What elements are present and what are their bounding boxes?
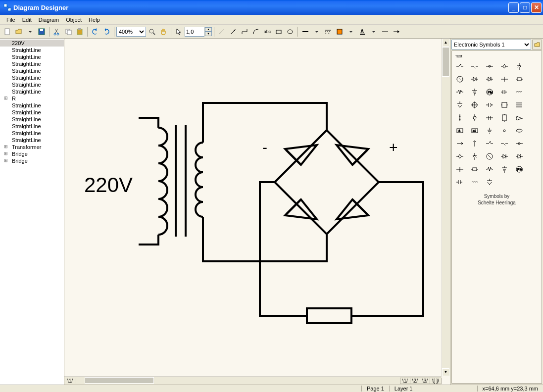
menu-edit[interactable]: Edit [19, 16, 35, 24]
symbol-item[interactable] [470, 139, 480, 148]
menu-diagram[interactable]: Diagram [35, 16, 63, 24]
symbol-item[interactable]: & [455, 126, 465, 136]
linewidth-spinner[interactable]: ▲▼ [205, 27, 212, 36]
symbol-item[interactable] [455, 61, 465, 71]
symbol-item[interactable] [514, 113, 524, 123]
template-options-button[interactable] [532, 40, 542, 49]
symbol-item[interactable] [514, 74, 524, 84]
textcolor-dropdown[interactable] [368, 26, 379, 37]
pointer-button[interactable] [173, 26, 184, 37]
curve-tool[interactable] [250, 26, 261, 37]
symbol-item[interactable] [470, 113, 480, 123]
symbol-item[interactable] [455, 177, 465, 187]
symbol-item[interactable] [499, 126, 509, 136]
page-tab-3[interactable]: \3/ [420, 378, 430, 384]
symbol-item[interactable] [455, 100, 465, 110]
tree-item[interactable]: Transformer [0, 144, 64, 150]
symbol-item[interactable] [455, 164, 465, 174]
open-button[interactable] [13, 26, 24, 37]
tree-item[interactable]: StraightLine [0, 130, 64, 137]
symbol-item[interactable] [499, 100, 509, 110]
symbol-item[interactable] [514, 87, 524, 97]
close-button[interactable]: ✕ [531, 2, 542, 13]
symbol-item[interactable]: PM [514, 164, 524, 174]
tree-item[interactable]: StraightLine [0, 74, 64, 81]
tree-item[interactable]: Bridge [0, 157, 64, 164]
cut-button[interactable] [51, 26, 62, 37]
tree-item[interactable]: StraightLine [0, 137, 64, 144]
arrowend-button[interactable] [391, 26, 402, 37]
symbol-item[interactable] [485, 113, 494, 123]
tree-item[interactable]: 220V [0, 40, 64, 47]
symbol-item[interactable] [499, 139, 509, 148]
linewidth-input[interactable] [185, 27, 204, 37]
arrowstart-button[interactable] [380, 26, 391, 37]
symbol-item[interactable] [514, 61, 524, 71]
maximize-button[interactable]: □ [520, 2, 530, 13]
page-tab-2[interactable]: \2/ [410, 378, 420, 384]
symbol-item[interactable] [485, 177, 494, 187]
template-body[interactable]: Text PM&≥1PM Symbols by Schelte Heeringa [451, 50, 542, 384]
symbol-item[interactable] [485, 126, 494, 136]
new-button[interactable] [2, 26, 13, 37]
symbol-item[interactable] [470, 151, 480, 161]
symbol-item[interactable] [455, 74, 465, 84]
copy-button[interactable] [63, 26, 74, 37]
object-tree[interactable]: 220VStraightLineStraightLineStraightLine… [0, 39, 64, 385]
paste-button[interactable] [74, 26, 85, 37]
menu-object[interactable]: Object [62, 16, 85, 24]
symbol-item[interactable] [485, 100, 494, 110]
linecolor-button[interactable] [300, 26, 311, 37]
symbol-item[interactable] [499, 151, 509, 161]
symbol-item[interactable] [514, 126, 524, 136]
symbol-item[interactable] [485, 151, 494, 161]
tree-item[interactable]: StraightLine [0, 47, 64, 53]
line-tool[interactable] [216, 26, 227, 37]
symbol-item[interactable] [499, 113, 509, 123]
symbol-item[interactable] [485, 139, 494, 148]
tree-item[interactable]: StraightLine [0, 88, 64, 95]
tree-item[interactable]: StraightLine [0, 67, 64, 74]
symbol-item[interactable]: ≥1 [470, 126, 480, 136]
symbol-item[interactable] [455, 139, 465, 148]
minimize-button[interactable]: _ [508, 2, 519, 13]
redo-button[interactable] [101, 26, 112, 37]
symbol-item[interactable] [470, 177, 480, 187]
tree-item[interactable]: StraightLine [0, 53, 64, 60]
save-button[interactable] [36, 26, 47, 37]
symbol-item[interactable]: PM [485, 87, 494, 97]
symbol-item[interactable] [514, 151, 524, 161]
template-select[interactable]: Electronic Symbols 1 [451, 40, 531, 49]
symbol-item[interactable] [499, 164, 509, 174]
symbol-item[interactable] [470, 100, 480, 110]
textcolor-button[interactable]: A [357, 26, 368, 37]
zoom-fit-button[interactable] [147, 26, 157, 37]
open-dropdown-icon[interactable] [25, 26, 36, 37]
arrow-tool[interactable] [228, 26, 239, 37]
linecolor-dropdown[interactable] [311, 26, 322, 37]
symbol-item[interactable] [455, 151, 465, 161]
menu-file[interactable]: File [3, 16, 19, 24]
symbol-item[interactable] [514, 139, 524, 148]
tree-item[interactable]: StraightLine [0, 102, 64, 109]
symbol-item[interactable] [455, 113, 465, 123]
fillcolor-dropdown[interactable] [346, 26, 356, 37]
symbol-item[interactable] [499, 87, 509, 97]
horizontal-scrollbar[interactable]: \1/ \1/ \2/ \3/ \[ ]/ [64, 376, 442, 385]
symbol-item[interactable] [485, 74, 494, 84]
tree-item[interactable]: StraightLine [0, 109, 64, 116]
page-tab-1[interactable]: \1/ [400, 378, 410, 384]
symbol-item[interactable] [470, 61, 480, 71]
ellipse-tool[interactable] [285, 26, 296, 37]
text-symbol[interactable]: Text [455, 54, 539, 58]
tree-item[interactable]: Bridge [0, 150, 64, 157]
pan-button[interactable] [158, 26, 169, 37]
symbol-item[interactable] [485, 61, 494, 71]
undo-button[interactable] [90, 26, 100, 37]
vertical-scrollbar[interactable]: ▲ ▼ [442, 39, 450, 376]
tree-item[interactable]: R [0, 95, 64, 102]
symbol-item[interactable] [514, 100, 524, 110]
page-tabs[interactable]: \1/ \2/ \3/ \[ ]/ [400, 378, 442, 384]
symbol-item[interactable] [470, 87, 480, 97]
tree-item[interactable]: StraightLine [0, 81, 64, 88]
